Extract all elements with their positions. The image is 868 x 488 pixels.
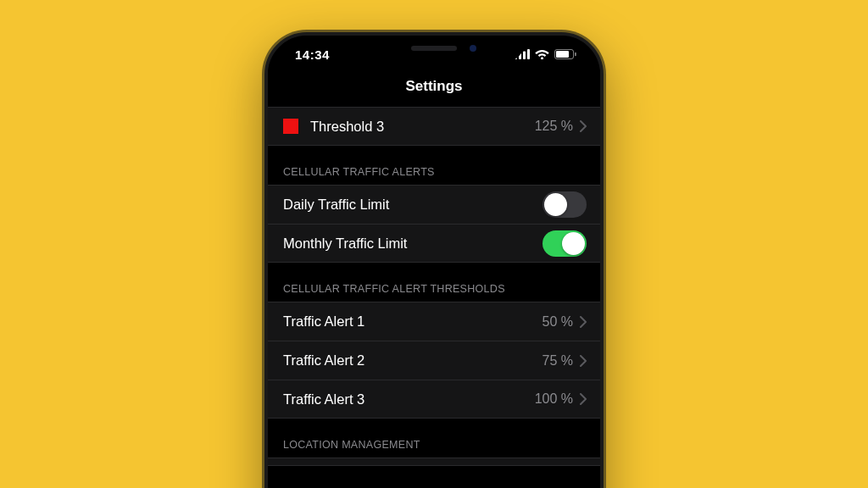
svg-rect-6 (575, 53, 576, 56)
volume-up-button (264, 188, 265, 235)
traffic-alert-3-label: Traffic Alert 3 (283, 391, 535, 408)
battery-icon (554, 49, 576, 59)
chevron-right-icon (580, 120, 587, 132)
traffic-alert-3-value: 100 % (535, 391, 573, 407)
screen: 14:34 Settings Threshold 3 125 % (268, 36, 600, 488)
front-camera (470, 45, 476, 52)
page-title: Settings (268, 73, 600, 107)
location-management-header: LOCATION MANAGEMENT (268, 419, 600, 458)
notch (345, 36, 523, 61)
daily-traffic-limit-row[interactable]: Daily Traffic Limit (268, 185, 600, 224)
alert-thresholds-group: Traffic Alert 1 50 % Traffic Alert 2 75 … (268, 302, 600, 419)
volume-down-button (264, 247, 265, 294)
threshold-3-row[interactable]: Threshold 3 125 % (268, 107, 600, 146)
chevron-right-icon (580, 355, 587, 367)
traffic-alert-3-row[interactable]: Traffic Alert 3 100 % (268, 380, 600, 419)
traffic-alert-2-row[interactable]: Traffic Alert 2 75 % (268, 341, 600, 380)
threshold-3-color-swatch (283, 119, 298, 134)
cellular-alerts-header: CELLULAR TRAFFIC ALERTS (268, 146, 600, 185)
alert-thresholds-header: CELLULAR TRAFFIC ALERT THRESHOLDS (268, 263, 600, 302)
monthly-traffic-limit-toggle[interactable] (542, 230, 587, 257)
earpiece-speaker (411, 46, 457, 51)
chevron-right-icon (580, 316, 587, 328)
daily-traffic-limit-label: Daily Traffic Limit (283, 197, 542, 213)
cellular-alerts-group: Daily Traffic Limit Monthly Traffic Limi… (268, 185, 600, 263)
svg-rect-5 (556, 51, 569, 58)
thresholds-group: Threshold 3 125 % (268, 107, 600, 146)
threshold-3-value: 125 % (535, 119, 573, 134)
phone-frame: 14:34 Settings Threshold 3 125 % (264, 32, 604, 488)
location-management-group (268, 458, 600, 466)
power-button (603, 205, 604, 277)
monthly-traffic-limit-row[interactable]: Monthly Traffic Limit (268, 224, 600, 263)
status-indicators (515, 49, 576, 59)
status-time: 14:34 (295, 47, 330, 62)
traffic-alert-1-label: Traffic Alert 1 (283, 313, 542, 330)
traffic-alert-2-label: Traffic Alert 2 (283, 352, 542, 369)
traffic-alert-1-value: 50 % (542, 314, 573, 330)
location-row-placeholder[interactable] (268, 458, 600, 466)
traffic-alert-1-row[interactable]: Traffic Alert 1 50 % (268, 302, 600, 341)
svg-rect-2 (523, 52, 526, 60)
wifi-icon (535, 49, 549, 59)
monthly-traffic-limit-label: Monthly Traffic Limit (283, 236, 542, 252)
daily-traffic-limit-toggle[interactable] (542, 191, 587, 218)
mute-switch (264, 146, 265, 171)
chevron-right-icon (580, 393, 587, 405)
svg-rect-3 (527, 49, 530, 59)
threshold-3-label: Threshold 3 (310, 119, 535, 135)
traffic-alert-2-value: 75 % (542, 353, 573, 369)
